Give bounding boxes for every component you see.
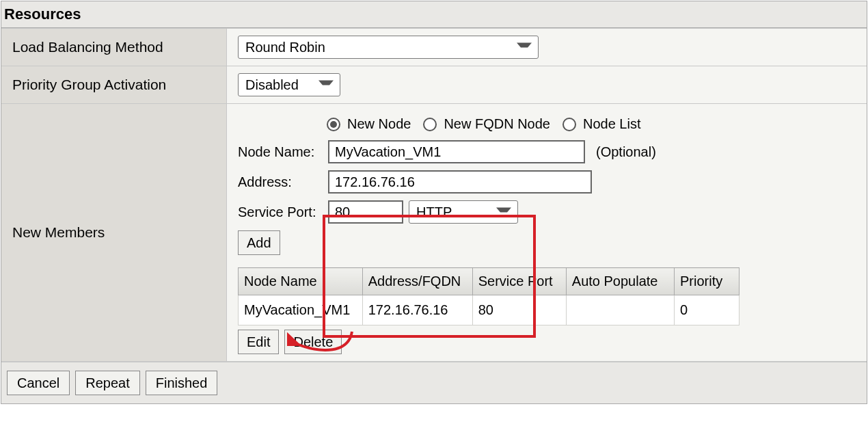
footer-buttons: Cancel Repeat Finished [1,362,867,403]
node-type-radio-group: New Node New FQDN Node Node List [327,116,856,132]
cell-priority: 0 [675,295,740,325]
radio-node-list[interactable] [562,118,576,131]
cell-service-port: 80 [472,295,566,325]
finished-button[interactable]: Finished [146,371,218,395]
service-port-protocol-select[interactable]: HTTP [409,200,518,224]
field-node-name: Node Name: (Optional) [238,140,856,163]
col-node-name: Node Name [239,268,363,295]
cell-node-name: MyVacation_VM1 [239,295,363,325]
radio-new-node-label: New Node [347,116,411,132]
node-name-optional: (Optional) [596,144,656,160]
radio-new-node[interactable] [327,118,340,131]
cell-new-members: New Node New FQDN Node Node List Node Na… [227,104,867,361]
members-table: Node Name Address/FQDN Service Port Auto… [238,267,740,325]
label-node-name: Node Name: [238,144,320,160]
cell-auto-populate [566,295,674,325]
priority-group-select[interactable]: Disabled [238,73,340,96]
field-service-port: Service Port: HTTP [238,200,856,224]
col-service-port: Service Port [472,268,566,295]
field-address: Address: [238,170,856,194]
cancel-button[interactable]: Cancel [7,371,70,395]
row-new-members: New Members New Node New FQDN Node Node … [1,104,867,362]
section-title: Resources [1,1,867,28]
cell-lb-method: Round Robin [227,29,867,66]
label-new-members: New Members [1,104,227,361]
label-priority-group: Priority Group Activation [1,66,227,103]
row-priority-group: Priority Group Activation Disabled [1,66,867,104]
row-lb-method: Load Balancing Method Round Robin [1,28,867,66]
col-priority: Priority [675,268,740,295]
label-address: Address: [238,174,320,190]
resources-panel: Resources Load Balancing Method Round Ro… [1,1,867,404]
input-address[interactable] [328,170,592,194]
edit-button[interactable]: Edit [238,330,279,354]
lb-method-select-wrap[interactable]: Round Robin [238,36,539,59]
label-lb-method: Load Balancing Method [1,29,227,66]
members-table-header-row: Node Name Address/FQDN Service Port Auto… [239,268,740,295]
add-button[interactable]: Add [238,230,280,255]
table-row[interactable]: MyVacation_VM1 172.16.76.16 80 0 [239,295,740,325]
radio-node-list-label: Node List [583,116,641,132]
input-node-name[interactable] [328,140,585,163]
lb-method-select[interactable]: Round Robin [238,36,539,59]
add-button-row: Add [238,230,856,255]
col-address-fqdn: Address/FQDN [362,268,472,295]
cell-priority-group: Disabled [227,66,867,103]
cell-address-fqdn: 172.16.76.16 [362,295,472,325]
priority-group-select-wrap[interactable]: Disabled [238,73,340,96]
service-port-protocol-wrap[interactable]: HTTP [409,200,518,224]
repeat-button[interactable]: Repeat [75,371,140,395]
radio-new-fqdn-node-label: New FQDN Node [444,116,550,132]
label-service-port: Service Port: [238,204,320,220]
delete-button[interactable]: Delete [284,330,342,354]
table-actions: Edit Delete [238,330,856,354]
radio-new-fqdn-node[interactable] [423,118,437,131]
col-auto-populate: Auto Populate [566,268,674,295]
input-service-port[interactable] [328,200,403,224]
